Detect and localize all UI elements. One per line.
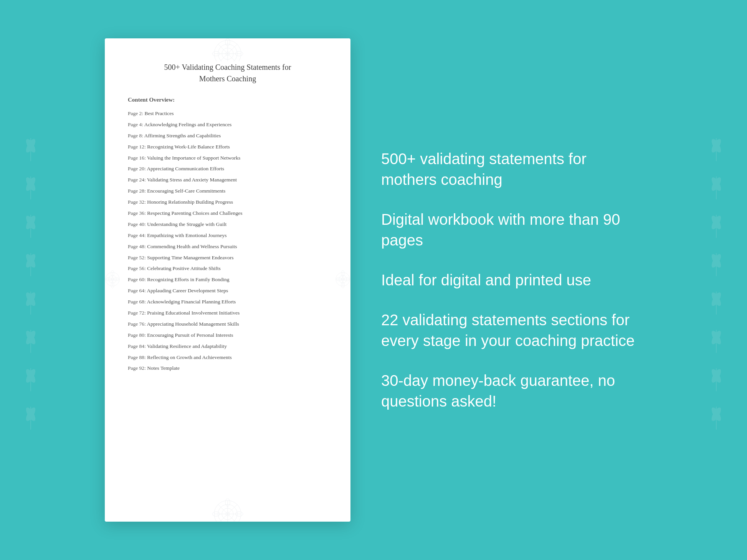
table-row: Page 52: Supporting Time Management Ende… bbox=[128, 254, 327, 262]
table-row: Page 24: Validating Stress and Anxiety M… bbox=[128, 176, 327, 184]
table-row: Page 40: Understanding the Struggle with… bbox=[128, 221, 327, 228]
table-row: Page 64: Applauding Career Development S… bbox=[128, 287, 327, 295]
table-row: Page 16: Valuing the Importance of Suppo… bbox=[128, 155, 327, 162]
table-row: Page 12: Recognizing Work-Life Balance E… bbox=[128, 143, 327, 151]
table-row: Page 32: Honoring Relationship Building … bbox=[128, 199, 327, 206]
table-row: Page 44: Empathizing with Emotional Jour… bbox=[128, 232, 327, 239]
table-row: Page 72: Praising Educational Involvemen… bbox=[128, 310, 327, 317]
document-title: 500+ Validating Coaching Statements for … bbox=[128, 61, 327, 84]
main-content: 500+ Validating Coaching Statements for … bbox=[47, 38, 700, 522]
feature-text-1: 500+ validating statements for mothers c… bbox=[381, 148, 642, 190]
table-row: Page 92: Notes Template bbox=[128, 365, 327, 372]
table-row: Page 20: Appreciating Communication Effo… bbox=[128, 165, 327, 173]
mandala-bottom-decoration bbox=[185, 499, 270, 522]
table-row: Page 2: Best Practices bbox=[128, 110, 327, 117]
feature-text-3: Ideal for digital and printed use bbox=[381, 270, 642, 290]
feature-text-2: Digital workbook with more than 90 pages bbox=[381, 209, 642, 250]
table-row: Page 48: Commending Health and Wellness … bbox=[128, 243, 327, 250]
mandala-side-right bbox=[335, 222, 350, 338]
feature-text-5: 30-day money-back guarantee, no question… bbox=[381, 370, 642, 412]
mandala-top-decoration bbox=[185, 38, 270, 61]
table-row: Page 56: Celebrating Positive Attitude S… bbox=[128, 265, 327, 272]
mandala-side-left bbox=[105, 222, 120, 338]
table-row: Page 80: Encouraging Pursuit of Personal… bbox=[128, 332, 327, 339]
table-row: Page 28: Encouraging Self-Care Commitmen… bbox=[128, 188, 327, 195]
table-row: Page 36: Respecting Parenting Choices an… bbox=[128, 210, 327, 217]
table-row: Page 8: Affirming Strengths and Capabili… bbox=[128, 132, 327, 140]
feature-text-4: 22 validating statements sections for ev… bbox=[381, 310, 642, 351]
content-overview-label: Content Overview: bbox=[128, 97, 327, 103]
table-row: Page 84: Validating Resilience and Adapt… bbox=[128, 343, 327, 350]
table-row: Page 4: Acknowledging Feelings and Exper… bbox=[128, 121, 327, 128]
document-card: 500+ Validating Coaching Statements for … bbox=[105, 38, 350, 522]
features-panel: 500+ validating statements for mothers c… bbox=[381, 148, 642, 412]
table-row: Page 76: Appreciating Household Manageme… bbox=[128, 321, 327, 328]
table-row: Page 88: Reflecting on Growth and Achiev… bbox=[128, 354, 327, 361]
table-row: Page 68: Acknowledging Financial Plannin… bbox=[128, 298, 327, 306]
table-row: Page 60: Recognizing Efforts in Family B… bbox=[128, 276, 327, 283]
table-of-contents: Page 2: Best PracticesPage 4: Acknowledg… bbox=[128, 110, 327, 372]
